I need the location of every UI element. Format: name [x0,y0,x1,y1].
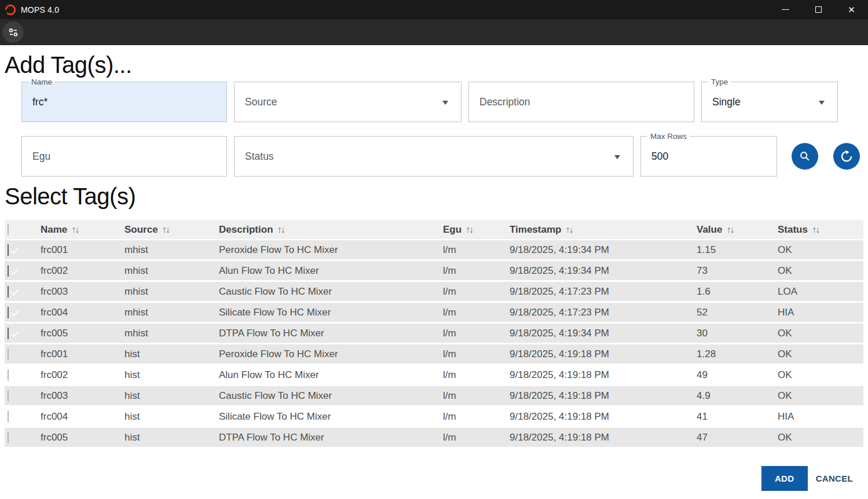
row-checkbox[interactable] [8,244,9,256]
row-checkbox[interactable] [8,411,9,423]
table-row[interactable]: frc005 hist DTPA Flow To HC Mixer l/m 9/… [5,428,863,449]
table-row[interactable]: frc005 mhist DTPA Flow To HC Mixer l/m 9… [5,324,863,344]
column-header-description[interactable]: Description↑↓ [214,224,438,236]
cell-value: 47 [692,432,773,443]
row-checkbox[interactable] [8,286,9,298]
max-rows-value: 500 [651,151,668,163]
max-rows-label: Max Rows [647,131,690,142]
table-row[interactable]: frc004 hist Silicate Flow To HC Mixer l/… [5,407,863,428]
sort-icon: ↑↓ [71,225,78,234]
row-checkbox[interactable] [8,369,9,381]
row-checkbox[interactable] [8,348,9,360]
description-input[interactable]: Description [468,82,694,122]
row-checkbox[interactable] [8,390,9,402]
cell-description: DTPA Flow To HC Mixer [214,432,438,443]
column-header-source[interactable]: Source↑↓ [120,224,214,236]
sort-icon: ↑↓ [162,225,169,234]
cell-timestamp: 9/18/2025, 4:19:34 PM [505,265,692,277]
cell-egu: l/m [438,328,505,339]
maximize-icon [815,6,822,13]
add-button[interactable]: ADD [761,466,808,491]
table-row[interactable]: frc004 mhist Silicate Flow To HC Mixer l… [5,303,863,324]
cell-timestamp: 9/18/2025, 4:19:18 PM [505,348,692,360]
cell-value: 30 [692,328,773,339]
cell-name: frc001 [36,244,120,256]
cell-name: frc004 [36,307,120,318]
cell-name: frc002 [36,265,120,277]
cell-egu: l/m [438,411,505,423]
tags-table: Name↑↓ Source↑↓ Description↑↓ Egu↑↓ Time… [5,220,863,449]
cell-timestamp: 9/18/2025, 4:19:18 PM [505,432,692,443]
maximize-button[interactable] [802,0,835,19]
sort-icon: ↑↓ [726,225,733,234]
refresh-button[interactable] [833,143,860,170]
table-row[interactable]: frc001 mhist Peroxide Flow To HC Mixer l… [5,240,863,261]
row-checkbox[interactable] [8,328,9,339]
type-label: Type [708,79,731,87]
sort-icon: ↑↓ [812,225,819,234]
row-checkbox[interactable] [8,432,9,443]
row-checkbox[interactable] [8,307,9,318]
table-row[interactable]: frc003 hist Caustic Flow To HC Mixer l/m… [5,386,863,407]
type-value: Single [712,96,741,108]
egu-placeholder: Egu [32,151,50,163]
source-select[interactable]: Source [234,82,462,122]
name-label: Name [28,79,55,87]
cell-timestamp: 9/18/2025, 4:19:18 PM [505,411,692,423]
cell-source: mhist [120,286,214,298]
cell-description: Alun Flow To HC Mixer [214,265,438,277]
column-header-status[interactable]: Status↑↓ [773,224,863,236]
cell-value: 52 [692,307,773,318]
cancel-button[interactable]: CANCEL [808,466,861,491]
add-tags-heading: Add Tag(s)... [5,51,868,79]
column-header-egu[interactable]: Egu↑↓ [438,224,505,236]
cell-source: hist [120,432,214,443]
table-body: frc001 mhist Peroxide Flow To HC Mixer l… [5,240,863,449]
search-button[interactable] [792,143,818,170]
column-header-value[interactable]: Value↑↓ [692,224,773,236]
cell-source: mhist [120,244,214,256]
close-button[interactable]: ✕ [835,0,868,19]
cell-source: hist [120,390,214,402]
column-header-name[interactable]: Name↑↓ [36,224,120,236]
cell-timestamp: 9/18/2025, 4:19:34 PM [505,328,692,339]
chevron-down-icon [614,155,620,159]
status-select[interactable]: Status [234,136,633,177]
cell-source: hist [120,369,214,381]
table-row[interactable]: frc001 hist Peroxide Flow To HC Mixer l/… [5,344,863,365]
cell-source: hist [120,348,214,360]
toolbar [0,19,868,45]
cell-egu: l/m [438,348,505,360]
table-row[interactable]: frc002 hist Alun Flow To HC Mixer l/m 9/… [5,365,863,386]
cell-description: Caustic Flow To HC Mixer [214,390,438,402]
max-rows-input[interactable]: Max Rows 500 [640,136,777,177]
cell-source: mhist [120,307,214,318]
sort-icon: ↑↓ [277,225,284,234]
column-header-timestamp[interactable]: Timestamp↑↓ [505,224,692,236]
sliders-icon [8,27,19,38]
cell-value: 41 [692,411,773,423]
cell-egu: l/m [438,244,505,256]
cell-name: frc003 [36,286,120,298]
add-tags-form-row-1: Name frc* Source Description Type Single [21,79,868,123]
type-select[interactable]: Type Single [701,82,838,122]
cell-status: OK [773,369,863,381]
cell-description: DTPA Flow To HC Mixer [214,328,438,339]
footer-actions: ADD CANCEL [0,466,868,491]
row-checkbox[interactable] [8,265,9,277]
refresh-icon [840,149,854,163]
minimize-button[interactable] [769,0,802,19]
table-row[interactable]: frc003 mhist Caustic Flow To HC Mixer l/… [5,282,863,303]
cell-egu: l/m [438,286,505,298]
cell-timestamp: 9/18/2025, 4:17:23 PM [505,307,692,318]
chevron-down-icon [819,101,825,105]
egu-input[interactable]: Egu [21,136,227,177]
cell-name: frc001 [36,348,120,360]
sort-icon: ↑↓ [565,225,572,234]
select-all-checkbox[interactable] [8,224,9,236]
table-row[interactable]: frc002 mhist Alun Flow To HC Mixer l/m 9… [5,261,863,282]
cell-status: LOA [773,286,863,298]
name-input[interactable]: Name frc* [21,82,227,122]
cell-value: 1.15 [692,244,773,256]
filter-settings-button[interactable] [2,21,24,43]
